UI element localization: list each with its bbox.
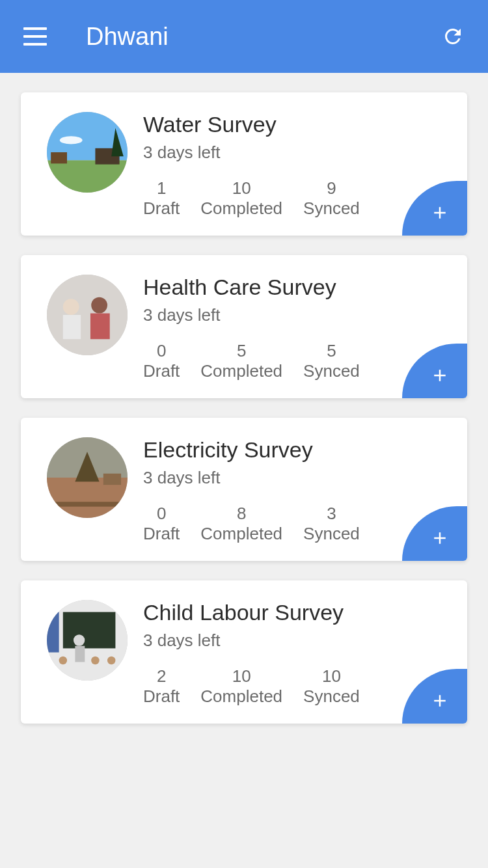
stat-label: Completed (200, 198, 282, 219)
svg-rect-4 (51, 152, 67, 163)
stat-completed: 10 Completed (200, 178, 282, 219)
days-left-label: 3 days left (143, 631, 441, 651)
svg-point-7 (63, 299, 79, 315)
survey-card[interactable]: Water Survey 3 days left 1 Draft 10 Comp… (21, 92, 467, 236)
stat-label: Synced (303, 198, 360, 219)
stat-label: Draft (143, 361, 180, 381)
survey-card[interactable]: Health Care Survey 3 days left 0 Draft 5… (21, 255, 467, 398)
stat-synced: 5 Synced (303, 341, 360, 381)
plus-icon (430, 366, 450, 385)
days-left-label: 3 days left (143, 305, 441, 325)
stat-draft: 0 Draft (143, 341, 180, 381)
survey-title: Water Survey (143, 112, 441, 137)
stat-label: Synced (303, 361, 360, 381)
survey-info: Electricity Survey 3 days left 0 Draft 8… (143, 437, 441, 544)
svg-rect-20 (75, 646, 85, 662)
stat-label: Completed (200, 686, 282, 707)
stat-value: 0 (143, 504, 180, 524)
stat-value: 10 (303, 666, 360, 686)
days-left-label: 3 days left (143, 142, 441, 163)
plus-icon (430, 203, 450, 223)
svg-rect-10 (90, 314, 110, 340)
stat-label: Draft (143, 198, 180, 219)
survey-info: Water Survey 3 days left 1 Draft 10 Comp… (143, 112, 441, 219)
stat-synced: 10 Synced (303, 666, 360, 707)
survey-thumbnail (47, 437, 128, 518)
svg-rect-18 (47, 612, 59, 653)
stat-draft: 1 Draft (143, 178, 180, 219)
survey-stats: 1 Draft 10 Completed 9 Synced (143, 178, 441, 219)
survey-stats: 2 Draft 10 Completed 10 Synced (143, 666, 441, 707)
survey-list: Water Survey 3 days left 1 Draft 10 Comp… (0, 73, 488, 763)
stat-value: 10 (200, 178, 282, 198)
survey-title: Electricity Survey (143, 437, 441, 463)
survey-info: Child Labour Survey 3 days left 2 Draft … (143, 600, 441, 707)
stat-value: 8 (200, 504, 282, 524)
survey-info: Health Care Survey 3 days left 0 Draft 5… (143, 275, 441, 381)
menu-icon[interactable] (23, 27, 47, 46)
svg-point-22 (91, 657, 99, 664)
stat-label: Draft (143, 524, 180, 544)
survey-title: Health Care Survey (143, 275, 441, 300)
stat-completed: 10 Completed (200, 666, 282, 707)
svg-rect-1 (47, 160, 128, 193)
stat-value: 2 (143, 666, 180, 686)
svg-rect-6 (47, 275, 128, 355)
stat-value: 9 (303, 178, 360, 198)
stat-label: Completed (200, 361, 282, 381)
svg-point-9 (91, 297, 107, 314)
stat-draft: 2 Draft (143, 666, 180, 707)
stat-label: Draft (143, 686, 180, 707)
svg-rect-15 (55, 502, 119, 506)
app-title: Dhwani (86, 23, 441, 51)
stat-completed: 5 Completed (200, 341, 282, 381)
plus-icon (430, 528, 450, 548)
stat-label: Synced (303, 524, 360, 544)
survey-card[interactable]: Electricity Survey 3 days left 0 Draft 8… (21, 418, 467, 561)
app-header: Dhwani (0, 0, 488, 73)
svg-point-21 (59, 657, 67, 664)
days-left-label: 3 days left (143, 468, 441, 488)
stat-draft: 0 Draft (143, 504, 180, 544)
svg-point-2 (60, 136, 83, 144)
refresh-icon[interactable] (441, 25, 465, 48)
stat-value: 3 (303, 504, 360, 524)
survey-stats: 0 Draft 8 Completed 3 Synced (143, 504, 441, 544)
stat-value: 1 (143, 178, 180, 198)
survey-thumbnail (47, 112, 128, 193)
stat-synced: 9 Synced (303, 178, 360, 219)
stat-completed: 8 Completed (200, 504, 282, 544)
stat-value: 10 (200, 666, 282, 686)
stat-value: 0 (143, 341, 180, 361)
survey-card[interactable]: Child Labour Survey 3 days left 2 Draft … (21, 580, 467, 724)
stat-label: Completed (200, 524, 282, 544)
svg-rect-8 (63, 315, 81, 339)
svg-rect-14 (103, 474, 121, 485)
stat-value: 5 (200, 341, 282, 361)
stat-synced: 3 Synced (303, 504, 360, 544)
survey-stats: 0 Draft 5 Completed 5 Synced (143, 341, 441, 381)
stat-value: 5 (303, 341, 360, 361)
survey-title: Child Labour Survey (143, 600, 441, 625)
svg-point-19 (74, 634, 85, 645)
stat-label: Synced (303, 686, 360, 707)
svg-point-23 (107, 657, 115, 664)
survey-thumbnail (47, 275, 128, 355)
plus-icon (430, 691, 450, 711)
survey-thumbnail (47, 600, 128, 681)
svg-rect-17 (63, 612, 116, 649)
